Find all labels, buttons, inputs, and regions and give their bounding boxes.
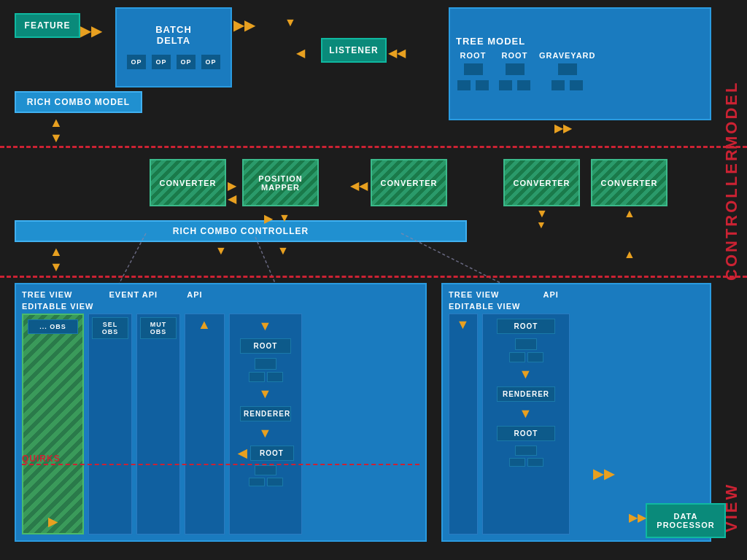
root2-node1	[504, 62, 526, 77]
root1-children	[456, 79, 490, 92]
arrow-pos-left: ◀	[228, 192, 236, 206]
right-api-down-arrow: ▼	[449, 317, 477, 332]
arrow-listener-right: ◀◀	[388, 46, 406, 60]
graveyard-label: GRAVEYARD	[539, 51, 595, 60]
tree-nodes-left-2	[249, 465, 283, 486]
r-tree-child2	[527, 352, 543, 362]
arrow-feature-to-batch: ▶▶	[80, 22, 102, 39]
r-tree-r2-child1	[509, 458, 525, 467]
grave-child1	[550, 79, 566, 92]
r-renderer-to-root2-arrow: ▼	[519, 406, 533, 421]
root-to-renderer-arrow: ▼	[259, 386, 273, 402]
tree-node-child1	[249, 372, 265, 382]
dashed-line-1	[0, 146, 747, 148]
arrow-conv2-left: ◀◀	[350, 179, 368, 192]
api-down-arrow: ▼	[259, 319, 273, 334]
root2-child1	[498, 79, 514, 92]
left-view-top-labels: TREE VIEW EVENT API API	[22, 290, 419, 299]
batch-delta-box: BATCHDELTA OP OP OP OP	[115, 7, 232, 88]
architecture-diagram: MODEL FEATURE ▶▶ BATCHDELTA OP OP OP OP …	[0, 0, 747, 560]
editable-view-right-label: EDITABLE VIEW	[449, 302, 520, 311]
op3: OP	[175, 53, 197, 71]
renderer-right-box: RENDERER	[497, 386, 555, 402]
grave-children	[550, 79, 584, 92]
root2-group: ROOT	[498, 51, 532, 92]
tree-node-r2-child1	[249, 478, 265, 486]
grave-node1	[557, 62, 578, 77]
converter2-box: CONVERTER	[371, 159, 447, 206]
rich-combo-model-box: RICH COMBO MODEL	[15, 91, 142, 113]
renderer-left-box: RENDERER	[240, 406, 291, 421]
root2-right-view-box: ROOT	[497, 426, 555, 441]
api-root-column: ▼ ROOT ▼ RENDERER ▼	[229, 314, 302, 534]
api-right-label: API	[543, 290, 559, 299]
root1-child1	[456, 79, 472, 92]
root1-child2	[474, 79, 490, 92]
sel-obs-box: SELOBS	[92, 317, 128, 339]
arrows-left-vertical: ▲ ▼	[50, 115, 63, 146]
obs-box: ... OBS	[28, 319, 78, 334]
r-tree-node-children	[509, 352, 543, 362]
tree-node-1	[255, 358, 276, 370]
controller-section-label: CONTROLLER	[722, 153, 741, 281]
renderer-to-root2-arrow: ▼	[259, 426, 273, 441]
mut-obs-column: MUTOBS	[136, 314, 180, 534]
arrow-down1: ▼	[285, 16, 296, 29]
r-tree-node-1	[515, 338, 537, 350]
dashed-line-2	[0, 276, 747, 278]
arrow-to-data-processor: ▶▶	[593, 466, 615, 482]
r-tree-node-r2-children	[509, 458, 543, 467]
root1-label: ROOT	[460, 51, 487, 60]
tree-node-child2	[267, 372, 283, 382]
tree-nodes-left	[249, 358, 283, 382]
converter3-box: CONVERTER	[503, 159, 580, 206]
root2-row: ◀ ROOT	[238, 446, 294, 461]
arrow-batch-right: ▶▶	[233, 16, 255, 34]
op1: OP	[125, 53, 147, 71]
api-left-label: API	[187, 290, 202, 299]
root1-node1	[462, 62, 484, 77]
arrow-conv4-up: ▲	[624, 207, 635, 220]
op-row: OP OP OP OP	[125, 53, 222, 71]
root1-group: ROOT	[456, 51, 490, 92]
root2-label: ROOT	[502, 51, 528, 60]
arrows-conv3-view: ▼	[536, 219, 546, 230]
root1-left-view-box: ROOT	[240, 338, 291, 354]
r-tree-node-r2-1	[515, 446, 537, 456]
arrow-pos-mapper-down: ▶	[264, 211, 273, 225]
tree-model-roots: ROOT ROOT GRAVEYARD	[456, 51, 704, 92]
quirks-label: QUIRKS	[22, 454, 61, 464]
svg-line-1	[255, 237, 277, 288]
tree-node-r2-child2	[267, 478, 283, 486]
event-api-column: ▲	[185, 314, 225, 534]
tree-model-label: TREE MODEL	[456, 36, 525, 47]
view-section-label: VIEW	[722, 284, 741, 532]
root1-right-view-box: ROOT	[497, 319, 555, 334]
obs-column: ... OBS ▶	[22, 314, 84, 534]
arrow-treemodel-down: ▶▶	[554, 121, 572, 135]
tree-node-children	[249, 372, 283, 382]
rich-combo-controller-box: RICH COMBO CONTROLLER	[15, 220, 467, 242]
tree-node-r2-children	[249, 478, 283, 486]
root2-left-view-box: ROOT	[250, 446, 294, 461]
arrows-conv4-view: ▲	[624, 248, 635, 261]
tree-nodes-right-2	[509, 446, 543, 467]
sel-obs-column: SELOBS	[88, 314, 132, 534]
event-api-label: EVENT API	[109, 290, 158, 299]
arrow-conv1-right: ▶	[228, 179, 236, 192]
root2-child2	[516, 79, 532, 92]
model-section-label: MODEL	[722, 7, 741, 149]
tree-nodes-right	[509, 338, 543, 362]
quirks-dashed-line	[22, 464, 419, 465]
arrows-controller-bottom-left: ▲ ▼	[50, 244, 63, 275]
graveyard-group: GRAVEYARD	[539, 51, 595, 92]
arrow-rcc-down2: ▼	[277, 244, 289, 257]
tree-view-right-label: TREE VIEW	[449, 290, 500, 299]
right-treeview-col: ▼	[449, 314, 478, 534]
feature-box: FEATURE	[15, 13, 80, 38]
converter4-box: CONVERTER	[591, 159, 667, 206]
listener-box: LISTENER	[321, 38, 387, 63]
arrow-rcc-down: ▼	[215, 244, 227, 257]
r-tree-child1	[509, 352, 525, 362]
data-processor-box: DATA PROCESSOR	[646, 503, 726, 538]
